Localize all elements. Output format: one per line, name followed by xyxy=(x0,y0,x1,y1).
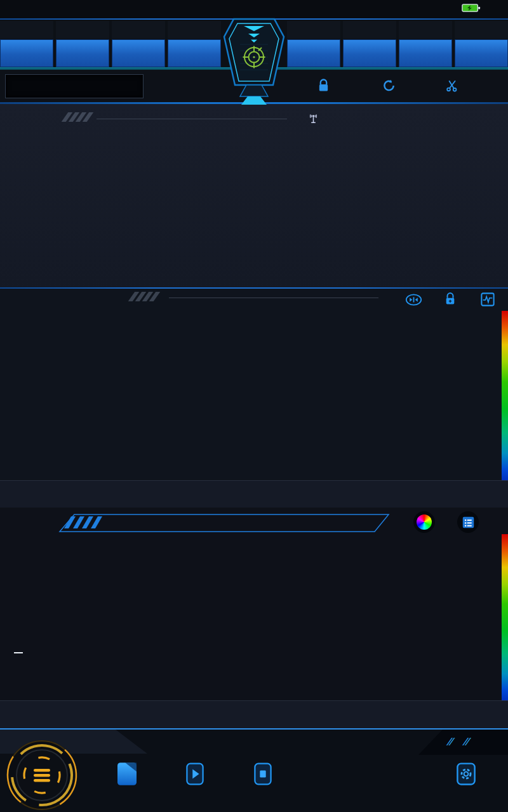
hold-lock-icon[interactable] xyxy=(444,292,456,309)
ffm-icon xyxy=(117,763,137,785)
play-icon xyxy=(186,763,204,785)
toolbar-label-atten xyxy=(168,21,221,39)
antenna-icon xyxy=(307,114,319,127)
antenna-info xyxy=(307,114,323,127)
frequency-display[interactable] xyxy=(5,74,144,98)
run-button[interactable] xyxy=(186,763,204,788)
lock-screen-button[interactable] xyxy=(318,77,334,96)
toolbar-label-gain xyxy=(287,21,340,39)
stop-icon xyxy=(254,763,272,785)
waterfall-time-marker xyxy=(14,652,23,653)
demod-bw-button[interactable] xyxy=(0,39,53,67)
menu-rings-icon xyxy=(5,738,79,812)
spectrum-header-hatch xyxy=(131,292,159,304)
mode-badge-fixed-frequency-receive[interactable] xyxy=(222,18,286,105)
atten-button[interactable] xyxy=(168,39,221,67)
waveform-icon[interactable] xyxy=(481,292,495,309)
toolbar-label-squelch xyxy=(343,21,396,39)
header-hatch-decoration xyxy=(65,112,93,124)
ffm-mode-button[interactable] xyxy=(117,763,137,788)
toolbar-label-demod-bw xyxy=(0,21,53,39)
screenshot-scissors-icon xyxy=(446,79,458,96)
waterfall-chart xyxy=(24,534,502,700)
slash-decoration: ⁄⁄ xyxy=(465,737,469,748)
waterfall-color-scale xyxy=(502,534,508,700)
waterfall-status-row xyxy=(0,700,508,729)
main-menu-button[interactable] xyxy=(5,738,79,812)
toolbar-label-demod-mode xyxy=(56,21,109,39)
screenshot-button[interactable] xyxy=(446,77,463,96)
color-palette-icon[interactable] xyxy=(413,511,435,533)
params-button[interactable] xyxy=(457,763,476,788)
status-bar xyxy=(0,0,508,18)
frequency-offset-gauge xyxy=(329,154,469,278)
demod-mode-button[interactable] xyxy=(56,39,109,67)
spectrum-chart xyxy=(24,311,502,480)
reset-icon xyxy=(382,79,396,96)
spectrum-status-row xyxy=(0,480,508,508)
gauge-header-line xyxy=(97,119,287,119)
battery-charging-icon xyxy=(462,3,481,15)
squelch-button[interactable] xyxy=(343,39,396,67)
span-arrows-icon[interactable] xyxy=(405,293,422,309)
spectrum-color-scale xyxy=(502,311,508,480)
spectrum-header-line xyxy=(169,298,378,298)
howl-button[interactable] xyxy=(399,39,452,67)
toolbar-label-audio xyxy=(455,21,508,39)
detector-button[interactable] xyxy=(112,39,165,67)
audio-button[interactable] xyxy=(455,39,508,67)
reset-button[interactable] xyxy=(382,77,400,96)
toolbar-label-detector xyxy=(112,21,165,39)
slash-decoration: ⁄⁄ xyxy=(448,737,453,748)
list-icon[interactable] xyxy=(457,511,479,533)
lock-icon xyxy=(318,79,330,96)
receiver-app: ⁄⁄ ⁄⁄ xyxy=(0,0,508,812)
level-gauge xyxy=(44,152,184,273)
toolbar-label-howl xyxy=(399,21,452,39)
gain-button[interactable] xyxy=(287,39,340,67)
gear-icon xyxy=(457,763,476,785)
stop-button[interactable] xyxy=(254,763,272,788)
